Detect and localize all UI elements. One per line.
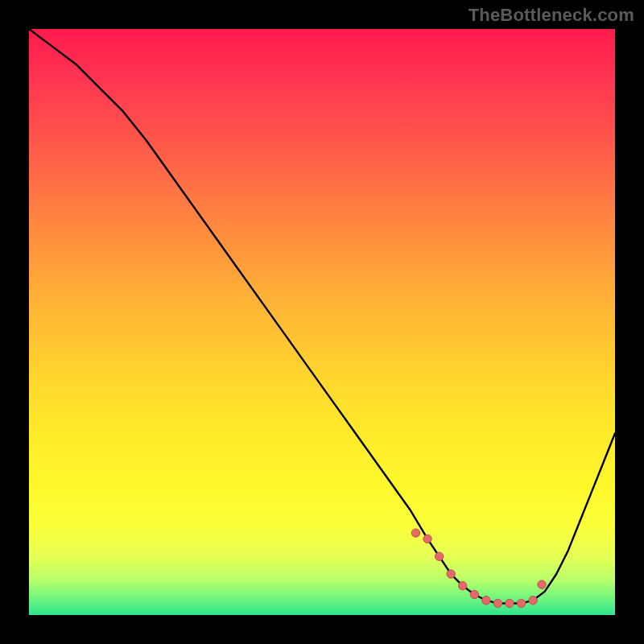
marker-dot (447, 570, 455, 578)
chart-container: TheBottleneck.com (0, 0, 644, 644)
marker-dot (482, 597, 490, 605)
marker-dot (459, 581, 467, 589)
marker-dot (435, 552, 443, 560)
watermark-text: TheBottleneck.com (469, 5, 634, 26)
bottleneck-curve (29, 29, 615, 603)
marker-dot (493, 599, 502, 607)
marker-dot (411, 529, 419, 537)
marker-dot (423, 535, 431, 543)
marker-dot (538, 580, 546, 588)
marker-dot (517, 599, 525, 607)
curve-layer (29, 29, 615, 615)
marker-dot (506, 599, 514, 607)
marker-group (411, 529, 546, 608)
marker-dot (529, 597, 537, 605)
plot-area (29, 29, 615, 615)
marker-dot (470, 590, 478, 598)
